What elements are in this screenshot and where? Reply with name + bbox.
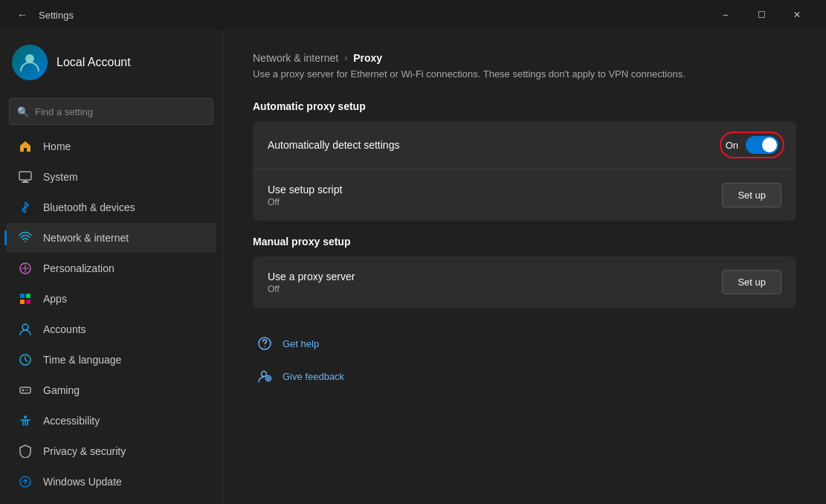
sidebar-item-update-label: Windows Update (43, 476, 204, 488)
page-title-inline: Proxy (353, 52, 382, 64)
setup-script-info: Use setup script Off (268, 184, 710, 207)
profile-name: Local Account (57, 56, 131, 69)
sidebar-item-accessibility-label: Accessibility (43, 415, 204, 427)
network-icon (18, 230, 33, 245)
search-icon: 🔍 (17, 106, 29, 117)
system-icon (18, 169, 33, 184)
main-content: Network & internet › Proxy Use a proxy s… (223, 30, 826, 504)
sidebar-item-home[interactable]: Home (6, 132, 216, 161)
maximize-button[interactable]: ☐ (744, 3, 778, 27)
gaming-icon (18, 383, 33, 398)
give-feedback-label: Give feedback (283, 371, 344, 382)
sidebar-item-network-label: Network & internet (43, 232, 204, 244)
get-help-label: Get help (283, 338, 319, 349)
content-area: Local Account 🔍 Home (0, 30, 826, 504)
time-icon (18, 352, 33, 367)
sidebar-item-time-label: Time & language (43, 354, 204, 366)
sidebar-item-personalization[interactable]: Personalization (6, 253, 216, 283)
sidebar-nav: Home System (0, 131, 222, 497)
detect-toggle[interactable] (746, 136, 778, 154)
automatic-proxy-card: Automatically detect settings On Use set… (253, 121, 796, 221)
detect-settings-row: Automatically detect settings On (253, 121, 796, 169)
setup-script-row: Use setup script Off Set up (253, 169, 796, 221)
sidebar-item-update[interactable]: Windows Update (6, 467, 216, 497)
proxy-setup-button[interactable]: Set up (722, 270, 781, 294)
minimize-button[interactable]: – (709, 3, 743, 27)
sidebar-item-accounts[interactable]: Accounts (6, 314, 216, 344)
sidebar-item-gaming-label: Gaming (43, 384, 204, 396)
proxy-server-row: Use a proxy server Off Set up (253, 256, 796, 308)
search-box[interactable]: 🔍 (9, 98, 213, 125)
bluetooth-icon (18, 200, 33, 215)
svg-point-16 (262, 372, 267, 377)
proxy-server-info: Use a proxy server Off (268, 271, 710, 294)
svg-point-9 (22, 324, 28, 330)
setup-script-button[interactable]: Set up (722, 183, 781, 207)
sidebar-item-gaming[interactable]: Gaming (6, 375, 216, 405)
avatar (12, 45, 48, 80)
svg-rect-1 (19, 172, 31, 180)
back-button[interactable]: ← (12, 4, 33, 25)
sidebar-item-home-label: Home (43, 140, 204, 152)
sidebar-item-privacy[interactable]: Privacy & security (6, 436, 216, 466)
breadcrumb-chevron-icon: › (344, 53, 347, 63)
sidebar-item-privacy-label: Privacy & security (43, 445, 204, 457)
settings-window: ← Settings – ☐ ✕ Local Account (0, 0, 826, 504)
sidebar-item-apps-label: Apps (43, 293, 204, 305)
breadcrumb-parent[interactable]: Network & internet (253, 52, 338, 64)
titlebar-title: Settings (39, 10, 709, 21)
svg-point-15 (264, 346, 265, 348)
setup-script-label: Use setup script (268, 184, 710, 196)
titlebar-controls: – ☐ ✕ (709, 3, 814, 27)
update-icon (18, 474, 33, 489)
sidebar-item-accounts-label: Accounts (43, 323, 204, 335)
get-help-icon (256, 335, 274, 352)
automatic-section-title: Automatic proxy setup (253, 100, 796, 112)
setup-script-sublabel: Off (268, 197, 710, 207)
detect-toggle-label: On (726, 140, 738, 151)
manual-proxy-card: Use a proxy server Off Set up (253, 256, 796, 308)
svg-rect-5 (20, 294, 25, 298)
apps-icon (18, 291, 33, 306)
sidebar-item-accessibility[interactable]: Accessibility (6, 406, 216, 436)
svg-rect-6 (26, 294, 30, 298)
toggle-knob (762, 138, 777, 152)
personalization-icon (18, 261, 33, 276)
proxy-server-sublabel: Off (268, 284, 710, 294)
sidebar-item-apps[interactable]: Apps (6, 284, 216, 314)
proxy-server-label: Use a proxy server (268, 271, 710, 282)
detect-toggle-wrap[interactable]: On (723, 135, 781, 155)
get-help-link[interactable]: Get help (253, 329, 796, 358)
svg-rect-7 (20, 300, 25, 304)
home-icon (18, 139, 33, 154)
svg-rect-11 (20, 387, 30, 393)
sidebar-item-bluetooth-label: Bluetooth & devices (43, 201, 204, 213)
give-feedback-icon (256, 367, 274, 385)
svg-rect-8 (26, 300, 30, 304)
page-subtitle: Use a proxy server for Ethernet or Wi-Fi… (253, 68, 796, 80)
accessibility-icon (18, 413, 33, 428)
breadcrumb: Network & internet › Proxy (253, 52, 796, 64)
close-button[interactable]: ✕ (780, 3, 814, 27)
sidebar-item-system-label: System (43, 171, 204, 183)
svg-rect-3 (22, 182, 29, 184)
search-input[interactable] (35, 106, 205, 117)
give-feedback-link[interactable]: Give feedback (253, 361, 796, 391)
privacy-icon (18, 444, 33, 459)
detect-settings-label: Automatically detect settings (268, 139, 711, 151)
titlebar: ← Settings – ☐ ✕ (0, 0, 826, 30)
sidebar-item-personalization-label: Personalization (43, 262, 204, 274)
sidebar-item-time[interactable]: Time & language (6, 345, 216, 375)
sidebar-item-network[interactable]: Network & internet (6, 223, 216, 253)
sidebar-item-bluetooth[interactable]: Bluetooth & devices (6, 193, 216, 222)
accounts-icon (18, 322, 33, 337)
profile-section: Local Account (0, 30, 222, 92)
sidebar-item-system[interactable]: System (6, 162, 216, 192)
sidebar: Local Account 🔍 Home (0, 30, 223, 504)
detect-settings-info: Automatically detect settings (268, 139, 711, 151)
support-links: Get help Give feedback (253, 329, 796, 391)
search-container: 🔍 (0, 92, 222, 131)
manual-section-title: Manual proxy setup (253, 236, 796, 248)
svg-point-12 (24, 416, 27, 419)
